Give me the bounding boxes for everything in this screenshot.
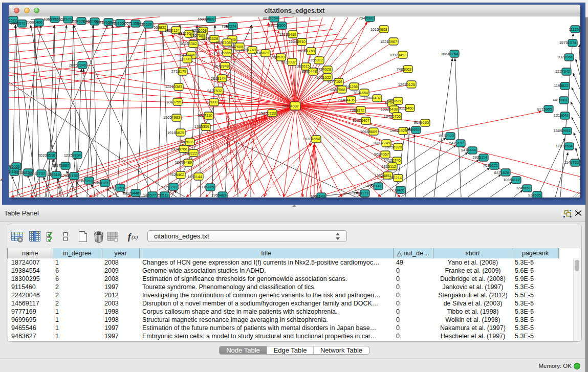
svg-text:7485063: 7485063 [397,67,411,72]
svg-text:50511: 50511 [158,193,168,198]
svg-text:1588520: 1588520 [270,55,285,59]
svg-text:7515526: 7515526 [137,22,152,27]
svg-text:9242848: 9242848 [214,64,229,69]
svg-text:8990448: 8990448 [302,69,317,74]
svg-text:1227342: 1227342 [555,69,570,74]
svg-text:746266: 746266 [345,84,358,89]
svg-text:14136141: 14136141 [365,184,382,188]
svg-text:9463627: 9463627 [387,99,402,103]
svg-text:9329966: 9329966 [558,55,573,59]
svg-text:1527602: 1527602 [70,19,85,24]
svg-text:15692951: 15692951 [554,128,571,133]
svg-text:117008: 117008 [205,100,217,104]
svg-text:8454749: 8454749 [241,48,256,52]
svg-text:9857791: 9857791 [162,185,177,189]
svg-text:1733426: 1733426 [389,188,404,192]
svg-text:12359934: 12359934 [64,153,81,158]
svg-text:7625402: 7625402 [169,172,184,177]
svg-text:1210643: 1210643 [554,113,569,118]
svg-text:12505135: 12505135 [61,173,78,178]
svg-text:20206516: 20206516 [38,153,55,158]
svg-text:19654983: 19654983 [163,115,180,120]
svg-text:19384554: 19384554 [303,137,320,141]
svg-text:9427532: 9427532 [207,89,222,93]
svg-text:12213967: 12213967 [380,39,397,44]
svg-text:1353359: 1353359 [194,124,209,129]
svg-text:6322037: 6322037 [281,60,296,64]
svg-text:18724007: 18724007 [282,104,299,108]
svg-text:7357274: 7357274 [222,24,236,29]
svg-text:7663822: 7663822 [151,25,166,30]
svg-text:13125419: 13125419 [279,32,296,37]
svg-text:8471626: 8471626 [494,170,509,175]
svg-text:12942737: 12942737 [28,171,45,176]
svg-text:16958107: 16958107 [92,181,108,185]
svg-text:12213383: 12213383 [165,84,182,89]
svg-text:10719155: 10719155 [107,21,124,26]
svg-text:16099489: 16099489 [175,160,192,165]
svg-text:9115460: 9115460 [399,106,413,111]
svg-text:9777169: 9777169 [328,79,342,84]
svg-text:1362615: 1362615 [295,64,310,69]
svg-text:9245652: 9245652 [516,186,531,190]
svg-text:252214: 252214 [389,176,402,180]
svg-text:10025438: 10025438 [381,107,398,112]
svg-text:1965483: 1965483 [211,193,226,198]
svg-text:1640953: 1640953 [405,127,420,132]
svg-text:948577: 948577 [143,193,156,198]
svg-text:6479197: 6479197 [449,141,464,145]
svg-text:1651149: 1651149 [310,194,325,198]
svg-text:2803144: 2803144 [211,76,226,81]
svg-text:6497568: 6497568 [331,87,345,92]
svg-text:10154808: 10154808 [371,27,387,32]
svg-text:1146753: 1146753 [564,160,579,165]
svg-text:10654112: 10654112 [503,178,520,182]
svg-text:17016504: 17016504 [556,144,573,148]
svg-text:10688609: 10688609 [360,129,377,134]
svg-text:3498222: 3498222 [182,151,197,156]
svg-text:12975125: 12975125 [398,82,415,87]
svg-text:13495756: 13495756 [384,114,401,119]
svg-text:10973493: 10973493 [389,53,406,57]
svg-text:8215955: 8215955 [537,107,552,112]
svg-text:1489173: 1489173 [354,191,368,195]
svg-text:2047682: 2047682 [359,16,374,20]
svg-text:7632621: 7632621 [483,163,498,168]
svg-text:15300223: 15300223 [259,111,276,116]
svg-text:667833: 667833 [181,140,193,144]
svg-text:20691406: 20691406 [26,20,42,25]
svg-text:7355812: 7355812 [308,58,323,62]
svg-text:15720407: 15720407 [353,118,369,123]
svg-text:(x): (x) [132,234,138,240]
svg-text:15716485: 15716485 [197,185,214,189]
svg-text:15751074: 15751074 [559,40,576,45]
svg-text:114519: 114519 [48,172,60,177]
svg-text:20053346: 20053346 [69,63,86,68]
svg-text:2005572: 2005572 [11,21,26,26]
svg-text:9794028: 9794028 [316,67,331,72]
svg-text:16640910: 16640910 [289,39,306,44]
svg-text:3267110: 3267110 [198,113,212,118]
svg-text:2718179: 2718179 [171,69,186,74]
svg-text:8938923: 8938923 [439,134,454,138]
svg-text:1193822: 1193822 [554,83,569,88]
svg-text:9684067: 9684067 [374,152,389,157]
svg-text:10807487: 10807487 [364,96,381,100]
svg-text:8660124: 8660124 [165,28,180,33]
svg-text:9146821: 9146821 [254,51,269,55]
svg-text:10653526: 10653526 [55,17,72,21]
svg-text:33975867: 33975867 [52,163,69,168]
svg-text:19218506: 19218506 [269,23,286,28]
svg-text:924505: 924505 [528,193,541,198]
svg-text:16033809: 16033809 [198,17,214,21]
svg-text:14120746: 14120746 [384,158,401,163]
svg-text:9474444: 9474444 [461,148,476,152]
svg-text:16782759: 16782759 [107,186,124,190]
svg-text:3175685: 3175685 [216,51,231,55]
svg-text:4415981: 4415981 [553,98,568,102]
svg-text:20364436: 20364436 [338,98,355,102]
svg-text:9699695: 9699695 [414,120,429,125]
svg-text:3824554: 3824554 [353,91,368,95]
svg-text:1691144: 1691144 [187,174,202,179]
svg-text:12923446: 12923446 [122,191,139,195]
